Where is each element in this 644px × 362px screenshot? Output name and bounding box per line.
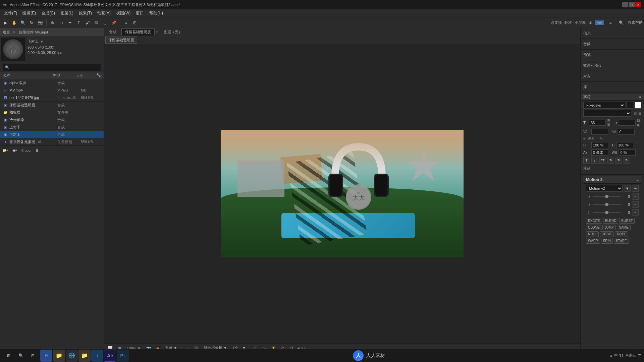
new-folder-btn[interactable]: 📁+ [1, 146, 9, 155]
menu-help[interactable]: 帮助(H) [147, 10, 166, 17]
motion2-waveform-icon[interactable]: ∿ [632, 185, 639, 192]
section-align-title[interactable]: 对齐 [581, 72, 644, 80]
slider2-edit-btn[interactable]: ≈ [632, 201, 639, 208]
character-panel-menu[interactable]: ≡ [639, 95, 641, 99]
taskbar-notification[interactable]: 🗨 [638, 354, 641, 358]
style-btn-bold[interactable]: T [583, 157, 590, 164]
style-btn-sup[interactable]: T² [615, 157, 622, 164]
taskbar-app-ie[interactable]: e [40, 350, 52, 362]
menu-comp[interactable]: 合成(C) [39, 10, 58, 17]
taskbar-task-view[interactable]: ⊟ [27, 350, 39, 362]
style-btn-allcaps[interactable]: TT [599, 157, 606, 164]
project-item[interactable]: ▣ 上对下 合成 [0, 123, 104, 131]
viewer-tab-layer[interactable]: 图层（无） [160, 28, 186, 36]
tool-rotate[interactable]: ↻ [28, 19, 36, 27]
tool-snap[interactable]: ⊞ [131, 19, 139, 27]
taskbar-search-btn[interactable]: 🔍 [15, 350, 27, 362]
project-search-input[interactable] [10, 65, 99, 70]
viewer-tab-close[interactable]: ✕ [156, 30, 159, 34]
tool-select[interactable]: ▶ [1, 19, 9, 27]
tool-camera[interactable]: 📷 [36, 19, 44, 27]
menu-effect[interactable]: 效果(T) [76, 10, 95, 17]
motion2-jump-btn[interactable]: JUMP [602, 225, 615, 230]
delete-btn[interactable]: 🗑 [33, 146, 41, 155]
project-item[interactable]: ✦ 音乐设备元素图...ai 矢量描画 558 KB [0, 138, 104, 145]
color-swatch-black[interactable] [627, 102, 633, 109]
tool-zoom[interactable]: 🔍 [19, 19, 27, 27]
motion2-rope-btn[interactable]: ROPE [615, 231, 628, 237]
motion2-spin-btn[interactable]: SPIN [601, 238, 613, 244]
color-swatch-white[interactable] [635, 102, 641, 109]
window-controls[interactable]: ─ □ ✕ [622, 2, 641, 7]
style-btn-smallcaps[interactable]: Tr [607, 157, 614, 164]
project-item[interactable]: 🖼 ntk-1447-8475.jpg Importe...G 954 KB [0, 94, 104, 101]
project-item[interactable]: ▣ alpha添加 合成 [0, 79, 104, 86]
slider2-thumb[interactable] [605, 203, 608, 206]
motion2-clone-btn[interactable]: CLONE [586, 225, 601, 230]
font-size-input[interactable] [589, 120, 606, 126]
taskbar-app-ae[interactable]: Ae [104, 350, 116, 362]
slider3-edit-btn[interactable]: ≈ [632, 209, 639, 216]
workspace-essential[interactable]: 必要项 [551, 20, 562, 25]
project-item-selected[interactable]: ▣ 下对上 合成 [0, 131, 104, 138]
maximize-button[interactable]: □ [629, 2, 635, 7]
h-scale-input[interactable] [591, 142, 608, 148]
taskbar-app-browser[interactable]: 🌐 [66, 350, 78, 362]
tracking-input[interactable] [618, 129, 635, 135]
motion2-null-btn[interactable]: NULL [586, 231, 599, 237]
font-style-select[interactable] [583, 110, 631, 117]
tool-eraser[interactable]: ◻ [101, 19, 109, 27]
section-preview-title[interactable]: 预览 [581, 51, 644, 59]
tool-anchor[interactable]: ⊕ [49, 19, 57, 27]
taskbar-app-folder[interactable]: 📁 [53, 350, 65, 362]
taskbar-start-btn[interactable]: ⊞ [3, 350, 15, 362]
tool-pen[interactable]: ✒ [66, 19, 74, 27]
taskbar-app-music[interactable]: ♪ [91, 350, 103, 362]
panel-menu-icon[interactable]: ≡ [13, 30, 15, 34]
baseline-input[interactable] [591, 149, 608, 156]
taskbar-app-folder2[interactable]: 📁 [78, 350, 91, 362]
viewer-tab-comp[interactable]: 合成 [105, 28, 120, 36]
style-btn-italic[interactable]: T [591, 157, 598, 164]
tool-align[interactable]: ≡ [122, 19, 130, 27]
tool-rect[interactable]: □ [57, 19, 65, 27]
close-button[interactable]: ✕ [635, 2, 641, 7]
line-height-input[interactable] [619, 120, 636, 126]
search-help-label[interactable]: 搜索帮助 [628, 20, 643, 25]
motion2-excite-btn[interactable]: EXCITE [586, 218, 602, 224]
v-scale-input[interactable] [616, 142, 633, 148]
motion2-preset-expand[interactable]: ▼ [624, 185, 631, 192]
menu-layer[interactable]: 图层(L) [58, 10, 76, 17]
project-item[interactable]: ▣ 冷光预染 合成 [0, 116, 104, 123]
effects-control-label[interactable]: 效果控件 MV.mp4 [19, 30, 48, 35]
slider1-thumb[interactable] [605, 195, 608, 198]
motion2-warp-btn[interactable]: WARP [586, 238, 600, 244]
toolbar-search-icon[interactable]: 🔍 [617, 19, 625, 27]
project-item[interactable]: ▷ MV.mp4 MPEG MB [0, 86, 104, 94]
tool-text[interactable]: T [75, 19, 83, 27]
workspace-me[interactable]: me [595, 20, 604, 25]
project-item[interactable]: ▣ 保留基础透明度 合成 [0, 101, 104, 109]
minimize-button[interactable]: ─ [622, 2, 628, 7]
motion2-menu-icon[interactable]: ≡ [637, 178, 639, 182]
menu-view[interactable]: 视图(W) [113, 10, 133, 17]
font-select[interactable]: Fixedsys [583, 102, 625, 109]
slider3-thumb[interactable] [605, 211, 608, 214]
breadcrumb-comp-name[interactable]: 保留基础透明度 [105, 37, 137, 44]
workspace-small[interactable]: 小屏幕 [575, 20, 586, 25]
section-library-title[interactable]: 库 [581, 83, 644, 91]
motion2-stare-btn[interactable]: STARE [614, 238, 629, 244]
viewer-tab-active[interactable]: 保留基础透明度 [121, 28, 155, 36]
project-item[interactable]: 📁 图标层 文件夹 [0, 109, 104, 116]
section-audio-title[interactable]: 音频 [581, 40, 644, 48]
slider2-track[interactable] [593, 204, 621, 205]
taskbar-app-pr[interactable]: Pr [117, 350, 129, 362]
kerning-input[interactable] [591, 129, 608, 135]
menu-file[interactable]: 文件(F) [1, 10, 20, 17]
tool-brush[interactable]: 🖌 [84, 19, 92, 27]
tool-hand[interactable]: ✋ [10, 19, 18, 27]
menu-window[interactable]: 窗口 [133, 10, 147, 17]
motion2-preset-select[interactable]: Motion v2 [586, 185, 623, 192]
motion2-name-btn[interactable]: NAME [617, 225, 631, 230]
bit-depth-label[interactable]: 8 bpc [21, 148, 31, 153]
